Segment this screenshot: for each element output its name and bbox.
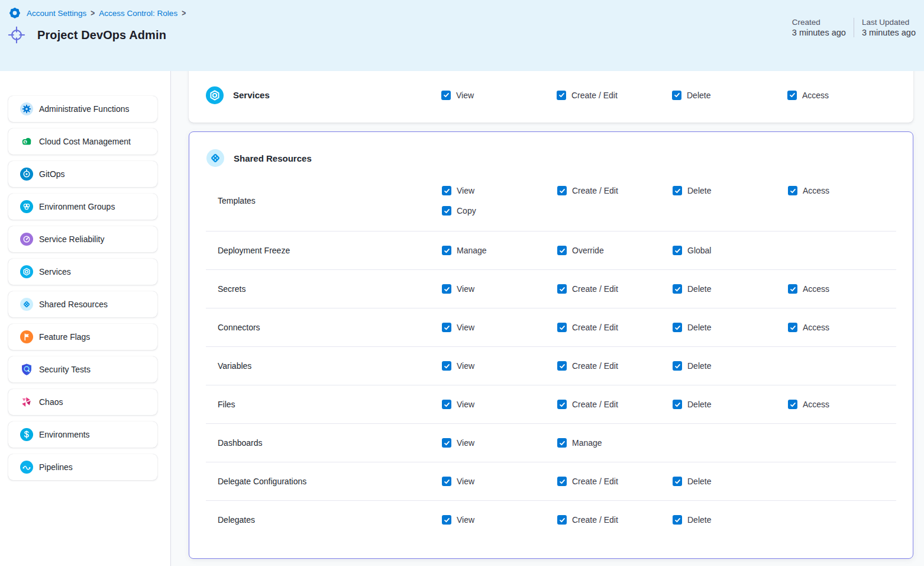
shared-resources-permissions-card: Shared Resources TemplatesViewCopyCreate… [189, 131, 913, 559]
sidebar-item-label: Feature Flags [39, 332, 90, 342]
settings-gear-icon [8, 7, 21, 20]
checkbox-checked-icon [557, 400, 567, 409]
permission-checkbox-create-edit[interactable]: Create / Edit [557, 361, 673, 371]
permission-checkbox-delete[interactable]: Delete [673, 400, 788, 409]
checkbox-checked-icon [672, 91, 681, 100]
permission-checkbox-label: Create / Edit [572, 186, 618, 195]
permission-checkbox-delete[interactable]: Delete [672, 91, 787, 100]
permission-checkbox-delete[interactable]: Delete [673, 515, 788, 525]
checkbox-checked-icon [788, 284, 797, 294]
permission-checkbox-view[interactable]: View [441, 91, 557, 100]
permission-checkbox-label: Manage [572, 438, 602, 448]
permission-checkbox-view[interactable]: View [442, 477, 557, 486]
feature-flags-icon [20, 330, 33, 343]
permission-checkbox-manage[interactable]: Manage [442, 246, 557, 255]
permission-checkbox-global[interactable]: Global [673, 246, 788, 255]
checkbox-checked-icon [673, 400, 682, 409]
permission-checkbox-delete[interactable]: Delete [673, 323, 788, 332]
permission-checkbox-label: Access [802, 91, 829, 100]
sidebar-item-pipelines[interactable]: Pipelines [8, 454, 157, 480]
permission-checkbox-view[interactable]: View [442, 284, 557, 294]
permission-checkbox-label: Delete [687, 91, 710, 100]
permission-checkbox-access[interactable]: Access [788, 323, 896, 332]
permission-checkbox-access[interactable]: Access [788, 400, 896, 409]
permission-checkbox-view[interactable]: View [442, 323, 557, 332]
permission-checkbox-delete[interactable]: Delete [673, 361, 788, 371]
resource-label: Delegates [206, 515, 442, 525]
permission-checkbox-view[interactable]: View [442, 186, 557, 195]
permission-cell: View [442, 361, 557, 371]
permission-checkbox-label: Access [803, 400, 829, 409]
permission-checkbox-manage[interactable]: Manage [557, 438, 673, 448]
permission-checkbox-create-edit[interactable]: Create / Edit [557, 91, 672, 100]
permission-checkbox-label: View [457, 186, 474, 195]
permission-checkbox-create-edit[interactable]: Create / Edit [557, 400, 673, 409]
permission-checkbox-access[interactable]: Access [788, 284, 896, 294]
sidebar-item-feature-flags[interactable]: Feature Flags [8, 324, 157, 350]
permission-checkbox-delete[interactable]: Delete [673, 186, 788, 195]
permission-checkbox-label: View [457, 438, 474, 448]
permission-cell: Override [557, 246, 673, 255]
sidebar-item-services[interactable]: Services [8, 259, 157, 285]
resource-label: Dashboards [206, 438, 442, 448]
permission-checkbox-delete[interactable]: Delete [673, 477, 788, 486]
sidebar-item-label: Administrative Functions [39, 104, 130, 114]
checkbox-checked-icon [673, 515, 682, 525]
checkbox-checked-icon [442, 515, 451, 525]
breadcrumb-access-control-roles[interactable]: Access Control: Roles [99, 9, 177, 18]
permission-checkbox-label: Delete [687, 515, 711, 525]
checkbox-checked-icon [673, 246, 682, 255]
permission-cell: Create / Edit [557, 361, 673, 371]
resource-label: Deployment Freeze [206, 246, 442, 255]
sidebar-item-service-reliability[interactable]: Service Reliability [8, 226, 157, 252]
permission-checkbox-create-edit[interactable]: Create / Edit [557, 323, 673, 332]
permission-checkbox-label: Create / Edit [572, 284, 618, 294]
permission-cell: Manage [557, 438, 673, 448]
checkbox-checked-icon [673, 323, 682, 332]
checkbox-checked-icon [557, 477, 567, 486]
permission-checkbox-delete[interactable]: Delete [673, 284, 788, 294]
sidebar-item-chaos[interactable]: Chaos [8, 389, 157, 415]
sidebar-item-environments[interactable]: Environments [8, 422, 157, 448]
permission-checkbox-view[interactable]: View [442, 361, 557, 371]
permission-checkbox-view[interactable]: View [442, 438, 557, 448]
sidebar-item-environment-groups[interactable]: Environment Groups [8, 194, 157, 220]
checkbox-checked-icon [442, 186, 451, 195]
permission-checkbox-view[interactable]: View [442, 400, 557, 409]
environment-groups-icon [20, 200, 33, 213]
permission-checkbox-create-edit[interactable]: Create / Edit [557, 477, 673, 486]
sidebar-item-security-tests[interactable]: Security Tests [8, 356, 157, 382]
breadcrumb-separator: > [91, 8, 95, 18]
breadcrumb-account-settings[interactable]: Account Settings [27, 9, 86, 18]
shared-resources-icon [206, 149, 224, 167]
environments-icon [20, 428, 33, 441]
permission-checkbox-override[interactable]: Override [557, 246, 673, 255]
permission-checkbox-copy[interactable]: Copy [442, 206, 557, 216]
permission-cell: View [442, 438, 557, 448]
gitops-icon [20, 168, 33, 181]
permission-checkbox-view[interactable]: View [442, 515, 557, 525]
permission-checkbox-access[interactable]: Access [787, 91, 897, 100]
sidebar-item-shared-resources[interactable]: Shared Resources [8, 291, 157, 317]
sidebar-item-administrative-functions[interactable]: Administrative Functions [8, 96, 157, 122]
checkbox-checked-icon [673, 361, 682, 371]
permission-checkbox-create-edit[interactable]: Create / Edit [557, 186, 673, 195]
checkbox-checked-icon [557, 361, 567, 371]
checkbox-checked-icon [557, 438, 567, 448]
permission-cell: View [442, 284, 557, 294]
permission-checkbox-access[interactable]: Access [788, 186, 896, 195]
svg-text:$: $ [24, 140, 27, 144]
checkbox-checked-icon [557, 186, 567, 195]
sidebar-item-label: GitOps [39, 169, 65, 179]
permission-cell: ViewCopy [442, 186, 557, 216]
page-title: Project DevOps Admin [37, 28, 166, 42]
permission-cell: Delete [673, 361, 788, 371]
checkbox-checked-icon [442, 438, 451, 448]
permission-checkbox-create-edit[interactable]: Create / Edit [557, 284, 673, 294]
permission-checkbox-create-edit[interactable]: Create / Edit [557, 515, 673, 525]
permission-checkbox-label: View [457, 400, 474, 409]
permission-checkbox-label: Delete [687, 186, 711, 195]
sidebar-item-gitops[interactable]: GitOps [8, 161, 157, 187]
sidebar-item-cloud-cost-management[interactable]: $Cloud Cost Management [8, 128, 157, 155]
permission-row-deployment-freeze: Deployment FreezeManageOverrideGlobal [206, 231, 896, 269]
